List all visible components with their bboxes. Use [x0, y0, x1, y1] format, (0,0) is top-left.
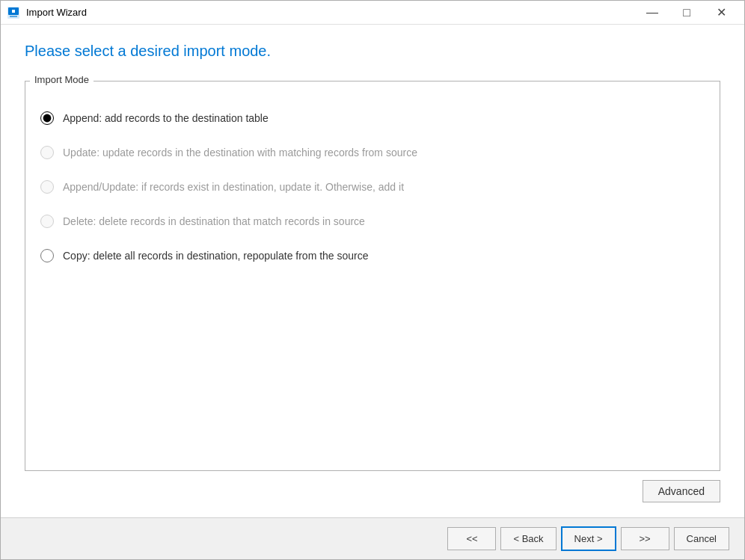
back-button[interactable]: < Back	[500, 527, 556, 550]
import-mode-legend: Import Mode	[30, 74, 93, 85]
import-wizard-window: Import Wizard — □ ✕ Please select a desi…	[0, 0, 745, 560]
forward-button[interactable]: >>	[621, 527, 669, 550]
radio-append[interactable]	[40, 111, 54, 125]
cancel-button[interactable]: Cancel	[674, 527, 729, 550]
radio-delete-label: Delete: delete records in destination th…	[63, 215, 365, 227]
footer: << < Back Next > >> Cancel	[1, 517, 744, 559]
maximize-button[interactable]: □	[669, 1, 704, 25]
close-button[interactable]: ✕	[704, 1, 738, 25]
radio-update-label: Update: update records in the destinatio…	[63, 147, 417, 159]
svg-rect-2	[10, 16, 17, 17]
page-title: Please select a desired import mode.	[25, 43, 720, 60]
radio-item-append[interactable]: Append: add records to the destination t…	[40, 101, 705, 135]
radio-update[interactable]	[40, 146, 54, 159]
radio-append-label: Append: add records to the destination t…	[63, 112, 269, 124]
title-bar: Import Wizard — □ ✕	[1, 1, 744, 25]
radio-item-append-update[interactable]: Append/Update: if records exist in desti…	[40, 170, 705, 204]
next-button[interactable]: Next >	[561, 526, 616, 551]
advanced-row: Advanced	[25, 471, 720, 508]
svg-rect-3	[12, 10, 15, 13]
radio-copy[interactable]	[40, 249, 54, 262]
radio-delete[interactable]	[40, 215, 54, 228]
radio-item-copy[interactable]: Copy: delete all records in destination,…	[40, 239, 705, 273]
advanced-button[interactable]: Advanced	[643, 480, 720, 502]
minimize-button[interactable]: —	[635, 1, 669, 25]
window-title: Import Wizard	[26, 7, 635, 18]
radio-append-update[interactable]	[40, 180, 54, 194]
radio-item-update[interactable]: Update: update records in the destinatio…	[40, 135, 705, 170]
title-bar-controls: — □ ✕	[635, 1, 738, 25]
radio-item-delete[interactable]: Delete: delete records in destination th…	[40, 204, 705, 239]
radio-append-update-label: Append/Update: if records exist in desti…	[63, 181, 404, 193]
radio-copy-label: Copy: delete all records in destination,…	[63, 250, 369, 262]
back-back-button[interactable]: <<	[447, 527, 496, 550]
import-mode-group: Import Mode Append: add records to the d…	[25, 81, 720, 471]
import-wizard-icon	[7, 6, 20, 19]
radio-group: Append: add records to the destination t…	[40, 101, 705, 273]
content-area: Please select a desired import mode. Imp…	[1, 25, 744, 517]
